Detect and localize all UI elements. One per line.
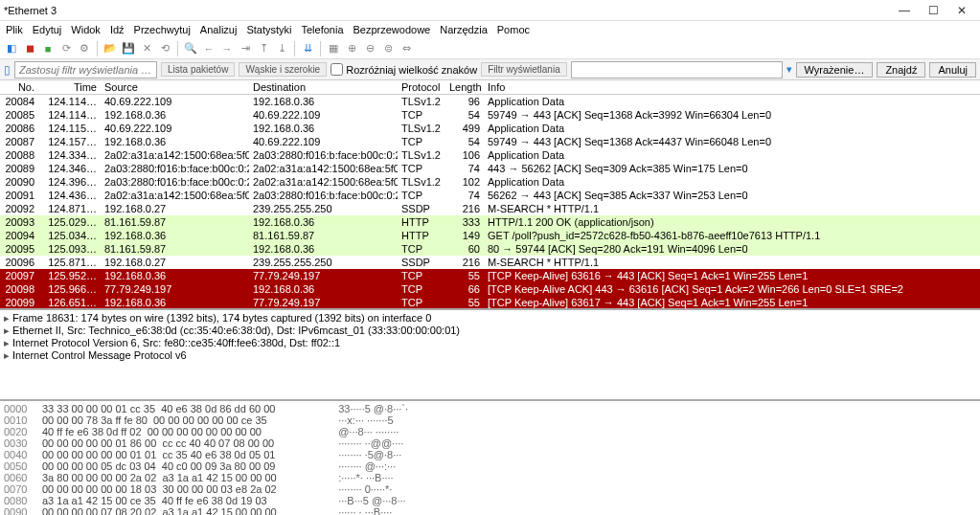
cell-dst: 2a03:2880:f016:b:face:b00c:0:2	[249, 148, 398, 162]
resize-icon[interactable]: ⇔	[399, 41, 414, 56]
detail-line[interactable]: Internet Control Message Protocol v6	[4, 349, 976, 362]
zoom-reset-icon[interactable]: ⊜	[380, 41, 396, 56]
menu-widok[interactable]: Widok	[71, 24, 101, 35]
chip-packet-list[interactable]: Lista pakietów	[161, 62, 235, 77]
packet-row[interactable]: 20086124.115…40.69.222.109192.168.0.36TL…	[0, 122, 980, 135]
zoom-out-icon[interactable]: ⊖	[362, 41, 377, 56]
packet-row[interactable]: 20094125.034…192.168.0.3681.161.59.87HTT…	[0, 229, 980, 242]
menu-edytuj[interactable]: Edytuj	[33, 24, 62, 35]
col-source[interactable]: Source	[101, 80, 249, 94]
bookmark-icon[interactable]: ▯	[4, 63, 11, 77]
close-button[interactable]: ✕	[947, 4, 976, 17]
last-icon[interactable]: ⤓	[274, 41, 289, 56]
chip-encoding[interactable]: Wąskie i szerokie	[239, 62, 327, 77]
chip-filter-mode[interactable]: Filtr wyświetlania	[481, 62, 567, 77]
display-filter-input[interactable]	[14, 61, 157, 78]
packet-row[interactable]: 20090124.396…2a03:2880:f016:b:face:b00c:…	[0, 175, 980, 189]
cell-len: 102	[445, 175, 484, 189]
menu-narzędzia[interactable]: Narzędzia	[440, 24, 488, 35]
cell-len: 106	[445, 148, 484, 162]
hex-row[interactable]: 000033 33 00 00 00 01 cc 35 40 e6 38 0d …	[4, 403, 976, 414]
cell-proto: TCP	[398, 189, 445, 202]
interfaces-icon[interactable]: ◧	[4, 41, 19, 56]
options-icon[interactable]: ⚙	[77, 41, 92, 56]
col-time[interactable]: Time	[38, 80, 101, 94]
hex-row[interactable]: 007000 00 00 00 00 00 18 03 30 00 00 00 …	[4, 483, 976, 495]
packet-bytes[interactable]: 000033 33 00 00 00 01 cc 35 40 e6 38 0d …	[0, 401, 980, 515]
menu-idź[interactable]: Idź	[110, 24, 125, 35]
menu-statystyki[interactable]: Statystyki	[246, 24, 291, 35]
hex-row[interactable]: 004000 00 00 00 00 00 01 01 cc 35 40 e6 …	[4, 449, 976, 460]
start-capture-icon[interactable]: ◼	[22, 41, 37, 56]
cell-no: 20098	[0, 282, 38, 296]
hex-bytes: 00 00 00 00 00 00 18 03 30 00 00 00 03 e…	[42, 483, 330, 495]
packet-list[interactable]: No. Time Source Destination Protocol Len…	[0, 80, 980, 310]
detail-line[interactable]: Internet Protocol Version 6, Src: fe80::…	[4, 337, 976, 349]
packet-row[interactable]: 20095125.093…81.161.59.87192.168.0.36TCP…	[0, 242, 980, 256]
hex-row[interactable]: 005000 00 00 00 05 dc 03 04 40 c0 00 09 …	[4, 460, 976, 472]
packet-row[interactable]: 20091124.436…2a02:a31a:a142:1500:68ea:5f…	[0, 189, 980, 202]
col-destination[interactable]: Destination	[249, 80, 398, 94]
cell-time: 125.871…	[38, 256, 101, 269]
col-no[interactable]: No.	[0, 80, 38, 94]
packet-details[interactable]: Frame 18631: 174 bytes on wire (1392 bit…	[0, 310, 980, 401]
cell-time: 124.396…	[38, 175, 101, 189]
cell-proto: HTTP	[398, 229, 445, 242]
close-icon[interactable]: ✕	[139, 41, 154, 56]
packet-row[interactable]: 20089124.346…2a03:2880:f016:b:face:b00c:…	[0, 162, 980, 175]
colorize-icon[interactable]: ▦	[326, 41, 341, 56]
hex-row[interactable]: 00603a 80 00 00 00 00 2a 02 a3 1a a1 42 …	[4, 472, 976, 483]
packet-row[interactable]: 20087124.157…192.168.0.3640.69.222.109TC…	[0, 135, 980, 148]
expression-button[interactable]: Wyrażenie…	[796, 62, 874, 78]
menu-bezprzewodowe[interactable]: Bezprzewodowe	[353, 24, 431, 35]
cell-info: Application Data	[484, 122, 980, 135]
maximize-button[interactable]: ☐	[919, 4, 947, 17]
menu-telefonia[interactable]: Telefonia	[301, 24, 343, 35]
packet-row[interactable]: 20084124.114…40.69.222.109192.168.0.36TL…	[0, 95, 980, 108]
cell-dst: 192.168.0.36	[249, 95, 398, 108]
menu-plik[interactable]: Plik	[6, 24, 23, 35]
packet-row[interactable]: 20099126.651…192.168.0.3677.79.249.197TC…	[0, 296, 980, 309]
goto-icon[interactable]: ⇥	[238, 41, 253, 56]
hex-row[interactable]: 002040 ff fe e6 38 0d ff 02 00 00 00 00 …	[4, 426, 976, 437]
packet-row[interactable]: 20096125.871…192.168.0.27239.255.255.250…	[0, 256, 980, 269]
col-protocol[interactable]: Protocol	[398, 80, 445, 94]
next-icon[interactable]: →	[219, 41, 235, 56]
packet-row[interactable]: 20092124.871…192.168.0.27239.255.255.250…	[0, 202, 980, 215]
detail-line[interactable]: Ethernet II, Src: Technico_e6:38:0d (cc:…	[4, 325, 976, 337]
stop-capture-icon[interactable]: ■	[40, 41, 56, 56]
prev-icon[interactable]: ←	[201, 41, 217, 56]
hex-offset: 0010	[4, 414, 42, 426]
cancel-button[interactable]: Anuluj	[929, 62, 976, 78]
dropdown-icon[interactable]: ▾	[786, 63, 792, 76]
packet-row[interactable]: 20093125.029…81.161.59.87192.168.0.36HTT…	[0, 215, 980, 229]
col-info[interactable]: Info	[484, 80, 980, 94]
hex-offset: 0080	[4, 495, 42, 506]
search-input[interactable]	[571, 61, 783, 78]
find-icon[interactable]: 🔍	[183, 41, 198, 56]
menu-przechwytuj[interactable]: Przechwytuj	[134, 24, 191, 35]
minimize-button[interactable]: —	[890, 4, 919, 17]
packet-row[interactable]: 20097125.952…192.168.0.3677.79.249.197TC…	[0, 269, 980, 282]
col-length[interactable]: Length	[445, 80, 484, 94]
first-icon[interactable]: ⤒	[256, 41, 271, 56]
case-sensitive-toggle[interactable]: Rozróżniaj wielkość znaków	[330, 63, 477, 76]
find-button[interactable]: Znajdź	[877, 62, 925, 78]
packet-row[interactable]: 20098125.966…77.79.249.197192.168.0.36TC…	[0, 282, 980, 296]
save-icon[interactable]: 💾	[121, 41, 136, 56]
packet-row[interactable]: 20088124.334…2a02:a31a:a142:1500:68ea:5f…	[0, 148, 980, 162]
restart-icon[interactable]: ⟳	[58, 41, 74, 56]
menu-analizuj[interactable]: Analizuj	[200, 24, 238, 35]
hex-row[interactable]: 001000 00 00 78 3a ff fe 80 00 00 00 00 …	[4, 414, 976, 426]
hex-row[interactable]: 0080a3 1a a1 42 15 00 ce 35 40 ff fe e6 …	[4, 495, 976, 506]
hex-row[interactable]: 003000 00 00 00 00 01 86 00 cc cc 40 40 …	[4, 437, 976, 449]
menu-pomoc[interactable]: Pomoc	[497, 24, 530, 35]
hex-row[interactable]: 009000 00 00 00 07 08 20 02 a3 1a a1 42 …	[4, 506, 976, 515]
zoom-in-icon[interactable]: ⊕	[344, 41, 359, 56]
autoscroll-icon[interactable]: ⇊	[300, 41, 315, 56]
packet-row[interactable]: 20085124.114…192.168.0.3640.69.222.109TC…	[0, 108, 980, 122]
open-icon[interactable]: 📂	[103, 41, 118, 56]
detail-line[interactable]: Frame 18631: 174 bytes on wire (1392 bit…	[4, 312, 976, 325]
case-checkbox[interactable]	[330, 63, 343, 76]
reload-icon[interactable]: ⟲	[157, 41, 172, 56]
